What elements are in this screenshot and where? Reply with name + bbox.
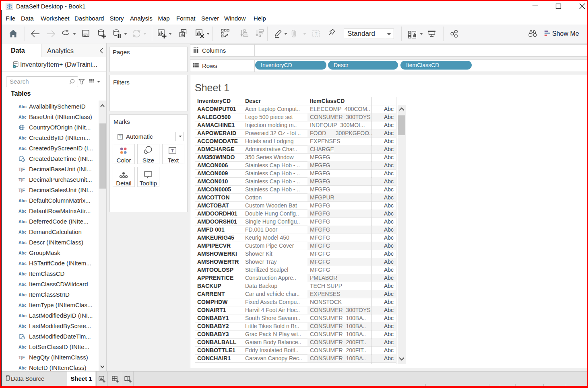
svg-text:T: T	[315, 32, 317, 36]
svg-text:T: T	[171, 148, 174, 154]
svg-text:T: T	[119, 135, 121, 139]
